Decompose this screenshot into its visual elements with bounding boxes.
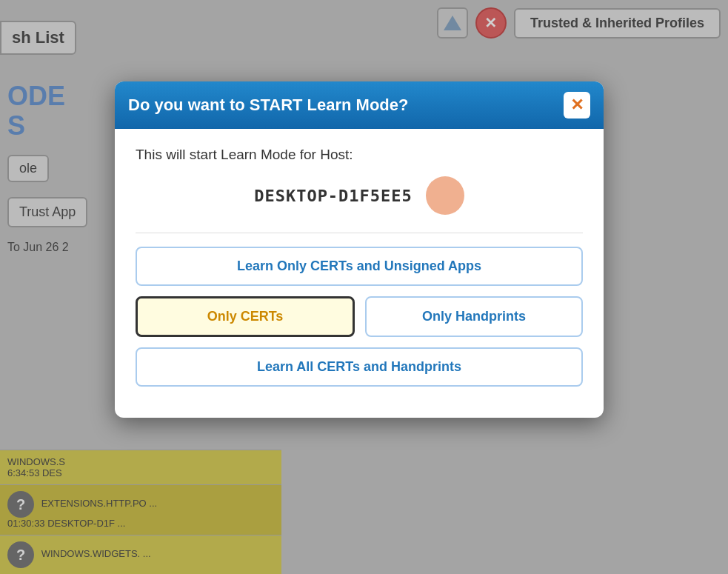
- only-handprints-button[interactable]: Only Handprints: [365, 296, 583, 337]
- host-row: DESKTOP-D1F5EE5: [136, 176, 583, 215]
- host-status-indicator: [426, 176, 464, 215]
- learn-mode-dialog: Do you want to START Learn Mode? ✕ This …: [115, 81, 604, 418]
- host-name: DESKTOP-D1F5EE5: [254, 187, 413, 205]
- learn-all-button[interactable]: Learn All CERTs and Handprints: [136, 347, 583, 387]
- divider: [136, 233, 583, 233]
- dialog-title: Do you want to START Learn Mode?: [128, 96, 408, 115]
- dialog-subtitle: This will start Learn Mode for Host:: [136, 147, 583, 163]
- dialog-body: This will start Learn Mode for Host: DES…: [115, 129, 604, 418]
- learn-certs-unsigned-button[interactable]: Learn Only CERTs and Unsigned Apps: [136, 247, 583, 286]
- dialog-header: Do you want to START Learn Mode? ✕: [115, 81, 604, 129]
- certs-handprints-row: Only CERTs Only Handprints: [136, 296, 583, 337]
- dialog-close-icon: ✕: [570, 97, 584, 113]
- dialog-close-button[interactable]: ✕: [564, 92, 590, 119]
- only-certs-button[interactable]: Only CERTs: [136, 296, 355, 337]
